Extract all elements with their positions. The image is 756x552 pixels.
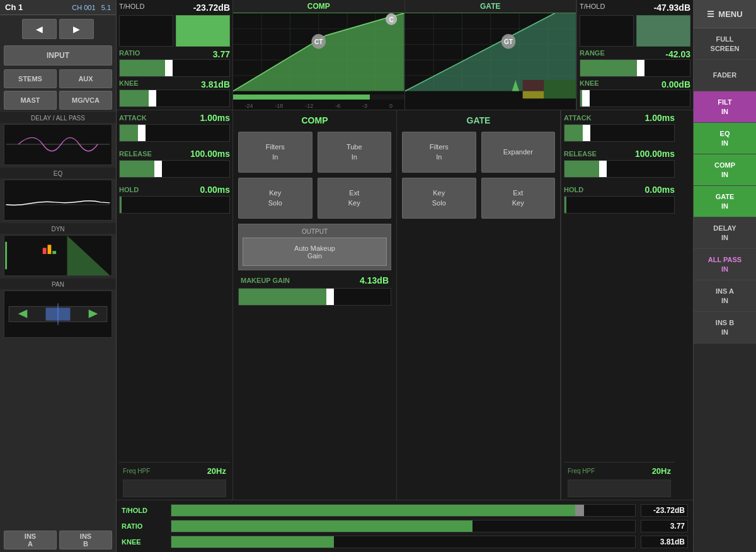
knee-label-left: KNEE <box>119 79 139 89</box>
left-sidebar: Ch 1 CH 001 5.1 ◀ ▶ INPUT STEMS AUX MAST… <box>0 0 117 552</box>
ratio-slider-track[interactable] <box>171 520 636 532</box>
attack-thumb-left <box>138 125 146 141</box>
comp-controls-title: COMP <box>302 115 328 125</box>
meter-bar-black-right <box>580 15 634 47</box>
knee-slider-right[interactable] <box>580 89 690 107</box>
thold-row-left: T/HOLD -23.72dB <box>119 3 230 13</box>
aux-button[interactable]: AUX <box>59 69 112 88</box>
auto-makeup-button[interactable]: Auto Makeup Gain <box>243 238 387 266</box>
freq-hpf-slider-left[interactable] <box>123 480 226 497</box>
ins-a-button[interactable]: INS A <box>4 531 57 549</box>
attack-slider-right[interactable] <box>564 124 675 142</box>
freq-hpf-slider-right[interactable] <box>568 480 671 497</box>
right-params: ATTACK 1.00ms RELEASE 100.00ms <box>561 110 677 500</box>
output-label: OUTPUT <box>243 228 387 235</box>
thold-slider-track[interactable] <box>171 504 636 517</box>
nav-back-button[interactable]: ◀ <box>22 19 57 39</box>
attack-value-right: 1.00ms <box>645 113 675 123</box>
knee-row-right: KNEE 0.00dB <box>580 79 690 107</box>
makeup-gain-value: 4.13dB <box>360 275 389 285</box>
gate-graph-title: GATE <box>405 0 576 13</box>
gate-ext-key-button[interactable]: Ext Key <box>481 178 556 219</box>
makeup-gain-row: MAKEUP GAIN 4.13dB <box>238 275 391 285</box>
ratio-row-left: RATIO 3.77 <box>119 49 230 77</box>
top-row: T/HOLD -23.72dB RATIO 3.77 <box>117 0 693 110</box>
gate-in-button[interactable]: GATE IN <box>694 186 756 217</box>
release-label-left: RELEASE <box>119 150 152 158</box>
thold-slider-thumb <box>575 505 584 516</box>
comp-ext-key-button[interactable]: Ext Key <box>318 178 392 219</box>
comp-filters-in-button[interactable]: Filters In <box>238 132 312 173</box>
comp-key-solo-button[interactable]: Key Solo <box>238 178 312 219</box>
freq-hpf-fill-left <box>123 480 226 497</box>
comp-graph-area: CT C -24 -18 -12 -6 -3 0 <box>233 13 404 110</box>
ins-b-in-button[interactable]: INS B IN <box>694 312 756 343</box>
knee-slider-left[interactable] <box>119 89 230 107</box>
ratio-slider-fill <box>171 520 472 532</box>
hold-slider-left[interactable] <box>119 196 230 214</box>
ins-b-button[interactable]: INS B <box>59 531 112 549</box>
hold-label-left: HOLD <box>119 186 139 193</box>
svg-marker-2 <box>67 236 110 275</box>
comp-in-button[interactable]: COMP IN <box>694 154 756 186</box>
thold-slider-value: -23.72dB <box>641 504 688 517</box>
stems-button[interactable]: STEMS <box>4 69 57 88</box>
makeup-gain-slider[interactable] <box>238 288 391 306</box>
freq-hpf-value-left: 20Hz <box>207 466 226 476</box>
svg-rect-39 <box>522 80 544 91</box>
nav-forward-button[interactable]: ▶ <box>59 19 94 39</box>
attack-row-left: ATTACK 1.00ms <box>119 113 230 142</box>
range-slider-right[interactable] <box>580 59 690 77</box>
pan-thumbnail[interactable] <box>4 290 112 338</box>
delay-allpass-thumbnail[interactable] <box>4 124 112 165</box>
menu-button[interactable]: ☰ MENU <box>694 0 756 28</box>
filt-in-button[interactable]: FILT IN <box>694 91 756 123</box>
ratio-slider-row: RATIO 3.77 <box>122 520 688 532</box>
gate-key-solo-button[interactable]: Key Solo <box>402 178 476 219</box>
hold-slider-right[interactable] <box>564 196 675 214</box>
dyn-label: DYN <box>0 223 116 234</box>
eq-in-button[interactable]: EQ IN <box>694 123 756 154</box>
gate-svg: GT <box>405 13 576 110</box>
pan-label: PAN <box>0 279 116 289</box>
meter-bar-green-left <box>176 15 230 47</box>
comp-graph-labels: -24 -18 -12 -6 -3 0 <box>233 102 404 110</box>
comp-graph-title: COMP <box>233 0 404 13</box>
range-fill-right <box>580 60 641 76</box>
ins-a-in-button[interactable]: INS A IN <box>694 280 756 312</box>
knee-slider-track[interactable] <box>171 536 636 548</box>
attack-value-left: 1.00ms <box>200 113 230 123</box>
comp-tube-in-button[interactable]: Tube In <box>318 132 392 173</box>
svg-rect-4 <box>43 248 47 254</box>
freq-section-right: Freq HPF 20Hz <box>564 462 675 497</box>
input-button[interactable]: INPUT <box>4 45 112 66</box>
ratio-fill-left <box>120 60 169 76</box>
meter-bar-black-left <box>119 15 173 47</box>
gate-buttons-grid: Filters In Expander Key Solo Ext Key <box>402 132 555 219</box>
comp-level-bar-bg <box>233 95 404 100</box>
eq-thumbnail[interactable] <box>4 180 112 221</box>
fader-button[interactable]: FADER <box>694 60 756 91</box>
mast-button[interactable]: MAST <box>4 91 57 110</box>
gate-expander-button[interactable]: Expander <box>481 132 556 173</box>
attack-slider-left[interactable] <box>119 124 230 142</box>
all-pass-in-button[interactable]: ALL PASS IN <box>694 249 756 280</box>
delay-in-button[interactable]: DELAY IN <box>694 217 756 249</box>
full-screen-button[interactable]: FULL SCREEN <box>694 28 756 60</box>
mgvca-button[interactable]: MG/VCA <box>59 91 112 110</box>
range-value-right: -42.03 <box>665 49 690 59</box>
comp-level-bar <box>233 95 370 100</box>
knee-label-right: KNEE <box>580 79 599 89</box>
release-slider-left[interactable] <box>119 160 230 178</box>
knee-fill-left <box>120 90 152 106</box>
ratio-slider-value: 3.77 <box>641 520 688 532</box>
dyn-thumbnail[interactable] <box>4 235 112 276</box>
svg-text:CT: CT <box>314 38 323 45</box>
release-slider-right[interactable] <box>564 160 675 178</box>
gate-filters-in-button[interactable]: Filters In <box>402 132 476 173</box>
thold-slider-label: T/HOLD <box>122 507 166 514</box>
meter-bars-right <box>580 15 690 47</box>
thold-slider-row: T/HOLD -23.72dB <box>122 504 688 517</box>
ratio-slider-left[interactable] <box>119 59 230 77</box>
release-fill-left <box>120 161 158 177</box>
